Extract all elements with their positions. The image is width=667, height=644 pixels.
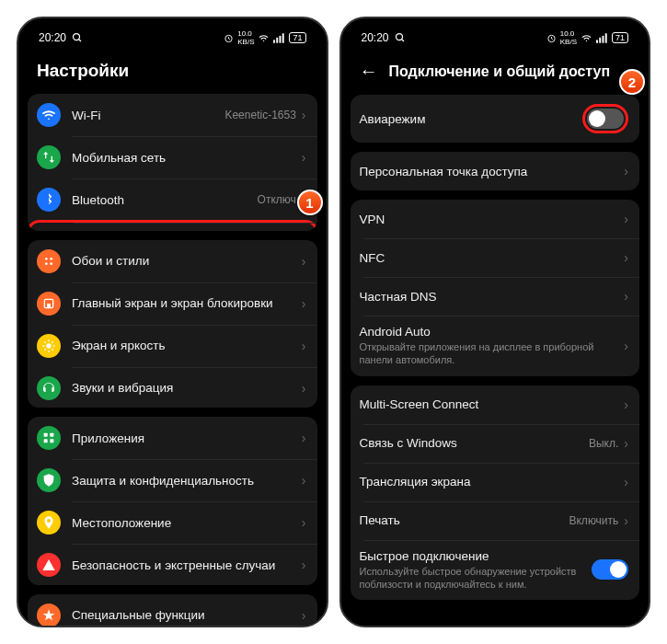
- settings-group: Wi-Fi Keenetic-1653 › Мобильная сеть › B…: [28, 94, 317, 231]
- row-value: Keenetic-1653: [224, 109, 295, 121]
- chevron-right-icon: ›: [302, 339, 306, 353]
- settings-group: VPN›NFC›Частная DNS›Android AutoОткрывай…: [351, 200, 640, 376]
- row-label: Быстрое подключение: [360, 549, 592, 563]
- row-label: Экран и яркость: [72, 339, 302, 352]
- settings-row[interactable]: Экран и яркость ›: [28, 325, 317, 367]
- chevron-right-icon: ›: [624, 212, 628, 226]
- row-label: Безопасность и экстренные случаи: [72, 558, 302, 572]
- row-value: Отключ: [258, 193, 296, 206]
- row-subtitle: Открывайте приложения на дисплее в прибо…: [360, 340, 625, 367]
- svg-line-1: [79, 40, 82, 42]
- row-label: Печать: [360, 513, 569, 527]
- settings-row[interactable]: Android AutoОткрывайте приложения на дис…: [351, 316, 640, 376]
- chevron-right-icon: ›: [624, 339, 628, 353]
- settings-row[interactable]: Обои и стили ›: [28, 240, 317, 282]
- svg-line-20: [52, 349, 52, 350]
- settings-group: Multi-Screen Connect›Связь с WindowsВыкл…: [351, 385, 640, 601]
- settings-row[interactable]: Защита и конфиденциальность ›: [28, 459, 317, 501]
- home-icon: [37, 292, 61, 316]
- settings-row[interactable]: Быстрое подключениеИспользуйте быстрое о…: [351, 540, 640, 601]
- svg-line-21: [44, 349, 45, 350]
- svg-rect-4: [277, 37, 279, 42]
- svg-rect-36: [605, 33, 607, 42]
- svg-point-8: [45, 258, 48, 260]
- apps-icon: [37, 426, 61, 450]
- page-header: Настройки: [18, 52, 327, 94]
- wifi-icon: [258, 33, 270, 43]
- settings-row[interactable]: VPN›: [351, 200, 640, 238]
- svg-rect-33: [596, 40, 598, 42]
- status-time: 20:20: [39, 31, 66, 44]
- row-label: Android Auto: [360, 325, 625, 339]
- settings-row[interactable]: ПечатьВключить›: [351, 501, 640, 540]
- row-label: Обои и стили: [72, 254, 302, 268]
- svg-point-0: [74, 34, 80, 40]
- row-label: Авиарежим: [360, 112, 583, 126]
- settings-row[interactable]: Безопасность и экстренные случаи ›: [28, 544, 317, 584]
- search-icon: [395, 32, 406, 43]
- phone-connection: 20:20 10.0KB/S 71 ← Подключение и общий …: [339, 17, 651, 627]
- svg-point-30: [396, 34, 402, 40]
- chevron-right-icon: ›: [302, 558, 306, 572]
- row-value: Включить: [569, 514, 618, 527]
- settings-row[interactable]: Wi-Fi Keenetic-1653 ›: [28, 94, 317, 136]
- row-label: VPN: [360, 213, 625, 226]
- toggle-highlight: [592, 559, 628, 580]
- battery-pct: 71: [612, 32, 628, 43]
- settings-row[interactable]: Местоположение ›: [28, 501, 317, 544]
- settings-row[interactable]: Подключение и общий доступ ›: [28, 220, 317, 231]
- row-subtitle: Используйте быстрое обнаружение устройст…: [360, 565, 592, 592]
- chevron-right-icon: ›: [624, 397, 628, 412]
- row-label: Звуки и вибрация: [72, 381, 302, 395]
- settings-group: Персональная точка доступа›: [351, 152, 640, 190]
- data-icon: [37, 145, 61, 169]
- wifi-icon: [37, 103, 61, 127]
- svg-point-9: [50, 258, 52, 260]
- svg-rect-34: [599, 37, 601, 42]
- settings-row[interactable]: Специальные функции ›: [28, 594, 317, 627]
- toggle[interactable]: [587, 109, 624, 129]
- battery-pct: 71: [289, 32, 305, 43]
- status-time: 20:20: [362, 31, 389, 44]
- svg-rect-13: [47, 304, 51, 308]
- status-bar: 20:20 10.0KB/S 71: [341, 28, 650, 52]
- settings-group: Обои и стили › Главный экран и экран бло…: [28, 240, 317, 408]
- svg-point-10: [45, 262, 48, 265]
- chevron-right-icon: ›: [302, 431, 306, 445]
- svg-rect-35: [602, 35, 604, 42]
- svg-rect-23: [44, 433, 48, 437]
- connection-list[interactable]: АвиарежимПерсональная точка доступа›VPN›…: [341, 95, 650, 627]
- row-label: Мобильная сеть: [72, 151, 302, 165]
- settings-row[interactable]: Главный экран и экран блокировки ›: [28, 282, 317, 325]
- settings-row[interactable]: Трансляция экрана›: [351, 463, 640, 501]
- row-label: Связь с Windows: [360, 436, 589, 450]
- settings-row[interactable]: NFC›: [351, 238, 640, 277]
- settings-row[interactable]: Персональная точка доступа›: [351, 152, 640, 190]
- row-label: Bluetooth: [72, 193, 258, 207]
- settings-row[interactable]: Авиарежим: [351, 95, 640, 143]
- alarm-icon: [546, 33, 557, 43]
- toggle[interactable]: [592, 559, 628, 580]
- signal-icon: [596, 33, 608, 43]
- settings-row[interactable]: Звуки и вибрация ›: [28, 367, 317, 408]
- row-label: Трансляция экрана: [360, 475, 625, 489]
- settings-row[interactable]: Multi-Screen Connect›: [351, 385, 640, 424]
- chevron-right-icon: ›: [302, 296, 306, 311]
- settings-row[interactable]: Приложения ›: [28, 417, 317, 459]
- chevron-right-icon: ›: [624, 513, 628, 528]
- settings-row[interactable]: Bluetooth Отключ ›: [28, 178, 317, 221]
- chevron-right-icon: ›: [302, 254, 306, 269]
- svg-rect-24: [50, 433, 53, 437]
- row-label: Местоположение: [72, 516, 302, 530]
- settings-list[interactable]: Wi-Fi Keenetic-1653 › Мобильная сеть › B…: [18, 94, 327, 627]
- chevron-right-icon: ›: [624, 436, 628, 451]
- settings-row[interactable]: Частная DNS›: [351, 277, 640, 316]
- settings-row[interactable]: Мобильная сеть ›: [28, 136, 317, 178]
- chevron-right-icon: ›: [624, 164, 628, 178]
- status-bar: 20:20 10.0KB/S 71: [18, 28, 327, 52]
- chevron-right-icon: ›: [302, 108, 306, 122]
- back-icon[interactable]: ←: [360, 61, 378, 82]
- settings-row[interactable]: Связь с WindowsВыкл.›: [351, 424, 640, 463]
- chevron-right-icon: ›: [624, 250, 628, 265]
- wall-icon: [37, 249, 61, 273]
